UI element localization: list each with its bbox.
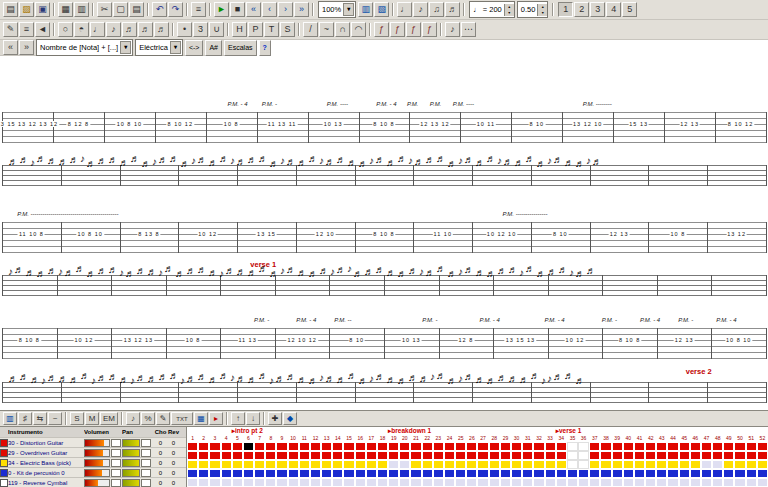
measure-cell[interactable] [433, 460, 444, 469]
copy-icon[interactable]: ▢ [113, 2, 128, 17]
measure-cell[interactable] [734, 460, 745, 469]
eighth-note-icon[interactable]: ♪ [413, 2, 428, 17]
measure-cell[interactable] [232, 469, 243, 478]
open-file-icon[interactable]: ▨ [19, 2, 34, 17]
tuplet-icon[interactable]: 3 [193, 22, 208, 37]
measure-cell[interactable] [209, 442, 220, 451]
measure-cell[interactable] [410, 460, 421, 469]
measure-cell[interactable] [187, 478, 198, 487]
page-button-5[interactable]: 5 [622, 2, 637, 17]
pan-slider[interactable] [122, 479, 140, 487]
measure-cell[interactable] [522, 469, 533, 478]
grace-note-icon[interactable]: ♪ [445, 22, 460, 37]
measure-cell[interactable] [612, 442, 623, 451]
measure-cell[interactable] [198, 460, 209, 469]
volume-value-box[interactable] [111, 469, 121, 477]
track-name[interactable]: 119 - Reverse Cymbal [8, 480, 84, 486]
measure-cell[interactable] [511, 460, 522, 469]
measure-cell[interactable] [288, 442, 299, 451]
scales-button[interactable]: Escalas [224, 40, 257, 56]
save-icon[interactable]: ▣ [35, 2, 50, 17]
measure-cell[interactable] [757, 469, 768, 478]
measure-cell[interactable] [734, 451, 745, 460]
chevron-down-icon[interactable]: ▾ [120, 41, 131, 54]
measure-cell[interactable] [422, 478, 433, 487]
measure-cell[interactable] [589, 460, 600, 469]
grid-section-marker[interactable]: ▸breakdown 1 [388, 427, 431, 435]
measure-cell[interactable] [589, 451, 600, 460]
measure-cell[interactable] [701, 460, 712, 469]
sixteenth-note-duration-icon[interactable]: ♬ [122, 22, 137, 37]
measure-cell[interactable] [276, 478, 287, 487]
reverb-value[interactable]: 0 [167, 480, 180, 486]
measure-cell[interactable] [690, 460, 701, 469]
measure-cell[interactable] [299, 442, 310, 451]
measure-cell[interactable] [667, 469, 678, 478]
pan-value-box[interactable] [141, 459, 151, 467]
measure-cell[interactable] [746, 451, 757, 460]
measure-cell[interactable] [265, 442, 276, 451]
measure-cell[interactable] [656, 442, 667, 451]
pan-value-box[interactable] [141, 439, 151, 447]
measure-cell[interactable] [221, 442, 232, 451]
measure-cell[interactable] [399, 478, 410, 487]
measure-cell[interactable] [477, 451, 488, 460]
measure-cell[interactable] [433, 442, 444, 451]
measure-cell[interactable] [723, 442, 734, 451]
measure-cell[interactable] [299, 478, 310, 487]
instrument-panel-icon[interactable]: ♯ [18, 412, 32, 425]
measure-cell[interactable] [612, 451, 623, 460]
measure-cell[interactable] [310, 451, 321, 460]
measure-cell[interactable] [578, 460, 589, 469]
measure-cell[interactable] [455, 478, 466, 487]
measure-cell[interactable] [254, 460, 265, 469]
measure-cell[interactable] [556, 478, 567, 487]
measure-cell[interactable] [679, 478, 690, 487]
reverb-value[interactable]: 0 [167, 450, 180, 456]
measure-cell[interactable] [455, 451, 466, 460]
measure-cell[interactable] [522, 451, 533, 460]
measure-cell[interactable] [254, 478, 265, 487]
measure-cell[interactable] [746, 442, 757, 451]
prev-measure-icon[interactable]: ‹ [262, 2, 277, 17]
measure-cell[interactable] [243, 469, 254, 478]
measure-cell[interactable] [455, 469, 466, 478]
measure-cell[interactable] [757, 478, 768, 487]
measure-cell[interactable] [589, 469, 600, 478]
measure-cell[interactable] [690, 442, 701, 451]
measure-cell[interactable] [388, 469, 399, 478]
measure-cell[interactable] [343, 442, 354, 451]
chorus-value[interactable]: 0 [154, 470, 167, 476]
measure-cell[interactable] [701, 451, 712, 460]
measure-cell[interactable] [332, 460, 343, 469]
fretboard-scroll-right-icon[interactable]: » [19, 40, 34, 55]
whole-note-icon[interactable]: ○ [58, 22, 73, 37]
notation-staff-2[interactable]: ♬♬♪♬ ♬♬♬ ♪♬♬ ♬♬♬♬ ♪♬ ♬♬♪ ♬♬♬ ♪♬♬ ♬♬♪♬ ♬♬… [2, 165, 766, 186]
measure-cell[interactable] [254, 442, 265, 451]
pan-slider[interactable] [122, 439, 140, 447]
measure-cell[interactable] [366, 451, 377, 460]
pan-value-box[interactable] [141, 479, 151, 487]
measure-cell[interactable] [477, 460, 488, 469]
measure-cell[interactable] [444, 451, 455, 460]
measure-cell[interactable] [310, 478, 321, 487]
measure-cell[interactable] [410, 478, 421, 487]
dotted-note-icon[interactable]: • [177, 22, 192, 37]
beamed-notes-icon[interactable]: ♫ [429, 2, 444, 17]
measure-cell[interactable] [690, 451, 701, 460]
first-measure-icon[interactable]: « [246, 2, 261, 17]
measure-cell[interactable] [276, 451, 287, 460]
grid-section-marker[interactable]: ▸intro pt 2 [232, 427, 263, 435]
tempo-spinner[interactable]: ♩ = 200 ▴ ▾ [469, 1, 515, 18]
chorus-value[interactable]: 0 [154, 440, 167, 446]
em-button[interactable]: EM [100, 412, 118, 425]
measure-cell[interactable] [500, 442, 511, 451]
measure-cell[interactable] [265, 478, 276, 487]
measure-cell[interactable] [477, 442, 488, 451]
measure-cell[interactable] [276, 469, 287, 478]
measure-cell[interactable] [310, 460, 321, 469]
measure-cell[interactable] [310, 442, 321, 451]
measure-cell[interactable] [645, 478, 656, 487]
measure-cell[interactable] [232, 451, 243, 460]
volume-slider[interactable] [84, 459, 110, 467]
